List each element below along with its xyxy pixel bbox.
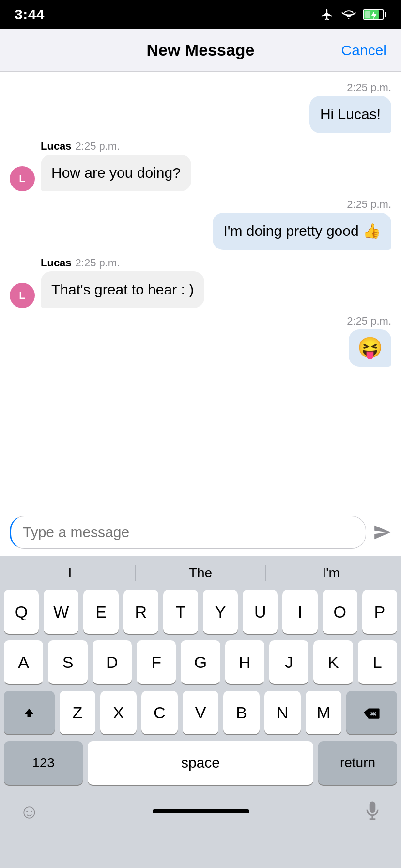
bottom-row: 123 space return xyxy=(0,734,401,785)
key-X[interactable]: X xyxy=(100,691,137,734)
key-N[interactable]: N xyxy=(264,691,301,734)
key-E[interactable]: E xyxy=(83,590,118,634)
key-row-2: A S D F G H J K L xyxy=(4,640,397,684)
status-icons xyxy=(320,8,386,21)
key-P[interactable]: P xyxy=(362,590,397,634)
message-row-2: L Lucas2:25 p.m. How are you doing? xyxy=(10,140,391,192)
message-bubble-1: Hi Lucas! xyxy=(309,96,391,133)
key-B[interactable]: B xyxy=(223,691,260,734)
key-A[interactable]: A xyxy=(4,640,43,684)
avatar-lucas-1: L xyxy=(10,166,35,191)
key-L[interactable]: L xyxy=(358,640,397,684)
backspace-icon xyxy=(364,706,380,719)
page-title: New Message xyxy=(147,41,255,60)
autocorrect-bar: I The I'm xyxy=(0,563,401,590)
space-key[interactable]: space xyxy=(88,741,313,785)
bubble-wrapper-1: 2:25 p.m. Hi Lucas! xyxy=(309,81,391,133)
autocorrect-item-2[interactable]: The xyxy=(136,565,266,581)
return-key[interactable]: return xyxy=(318,741,397,785)
message-meta-3: 2:25 p.m. xyxy=(213,198,391,211)
message-input-area xyxy=(0,508,401,556)
nav-header: New Message Cancel xyxy=(0,29,401,72)
key-J[interactable]: J xyxy=(269,640,308,684)
bubble-wrapper-3: 2:25 p.m. I'm doing pretty good 👍 xyxy=(213,198,391,250)
battery-icon xyxy=(363,9,386,20)
key-G[interactable]: G xyxy=(181,640,220,684)
num-key[interactable]: 123 xyxy=(4,741,83,785)
status-time: 3:44 xyxy=(15,6,45,23)
send-button[interactable] xyxy=(373,523,391,542)
key-D[interactable]: D xyxy=(93,640,132,684)
status-bar: 3:44 xyxy=(0,0,401,29)
shift-key[interactable] xyxy=(4,691,55,734)
chat-area: 2:25 p.m. Hi Lucas! L Lucas2:25 p.m. How… xyxy=(0,72,401,508)
emoji-button[interactable]: ☺ xyxy=(19,801,39,822)
keyboard-accessory: ☺ xyxy=(0,785,401,833)
bubble-wrapper-5: 2:25 p.m. 😝 xyxy=(347,315,391,367)
cancel-button[interactable]: Cancel xyxy=(341,42,386,59)
key-F[interactable]: F xyxy=(137,640,176,684)
autocorrect-item-3[interactable]: I'm xyxy=(266,565,396,581)
sender-name-2: Lucas xyxy=(41,140,72,152)
message-bubble-2: How are you doing? xyxy=(41,155,191,192)
home-indicator xyxy=(153,809,249,813)
message-meta-4: Lucas2:25 p.m. xyxy=(41,257,204,269)
shift-icon xyxy=(22,706,36,719)
bubble-wrapper-4: Lucas2:25 p.m. That's great to hear : ) xyxy=(41,257,204,309)
key-O[interactable]: O xyxy=(323,590,357,634)
message-bubble-3: I'm doing pretty good 👍 xyxy=(213,213,391,250)
key-U[interactable]: U xyxy=(243,590,278,634)
key-R[interactable]: R xyxy=(123,590,158,634)
message-meta-2: Lucas2:25 p.m. xyxy=(41,140,191,153)
key-Y[interactable]: Y xyxy=(203,590,238,634)
message-input[interactable] xyxy=(10,516,366,549)
key-Z[interactable]: Z xyxy=(60,691,96,734)
send-icon xyxy=(373,523,391,542)
message-row-5: 2:25 p.m. 😝 xyxy=(10,315,391,367)
key-S[interactable]: S xyxy=(48,640,87,684)
key-T[interactable]: T xyxy=(163,590,198,634)
avatar-lucas-2: L xyxy=(10,283,35,308)
message-meta-5: 2:25 p.m. xyxy=(347,315,391,327)
message-row-4: L Lucas2:25 p.m. That's great to hear : … xyxy=(10,257,391,309)
microphone-icon[interactable] xyxy=(363,801,382,822)
key-H[interactable]: H xyxy=(225,640,264,684)
message-bubble-5: 😝 xyxy=(349,329,391,367)
message-row-1: 2:25 p.m. Hi Lucas! xyxy=(10,81,391,133)
key-W[interactable]: W xyxy=(44,590,78,634)
key-Q[interactable]: Q xyxy=(4,590,39,634)
key-row-1: Q W E R T Y U I O P xyxy=(4,590,397,634)
bubble-wrapper-2: Lucas2:25 p.m. How are you doing? xyxy=(41,140,191,192)
message-bubble-4: That's great to hear : ) xyxy=(41,271,204,309)
backspace-key[interactable] xyxy=(346,691,397,734)
key-row-3: Z X C V B N M xyxy=(4,691,397,734)
autocorrect-item-1[interactable]: I xyxy=(5,565,136,581)
key-K[interactable]: K xyxy=(313,640,353,684)
key-I[interactable]: I xyxy=(282,590,317,634)
airplane-icon xyxy=(320,8,334,21)
sender-name-4: Lucas xyxy=(41,257,72,269)
message-row-3: 2:25 p.m. I'm doing pretty good 👍 xyxy=(10,198,391,250)
key-rows: Q W E R T Y U I O P A S D F G H J K L xyxy=(0,590,401,734)
wifi-icon xyxy=(340,8,356,21)
keyboard: I The I'm Q W E R T Y U I O P A S D F G … xyxy=(0,556,401,868)
key-M[interactable]: M xyxy=(306,691,342,734)
message-meta-1: 2:25 p.m. xyxy=(309,81,391,94)
key-C[interactable]: C xyxy=(141,691,178,734)
key-V[interactable]: V xyxy=(183,691,219,734)
